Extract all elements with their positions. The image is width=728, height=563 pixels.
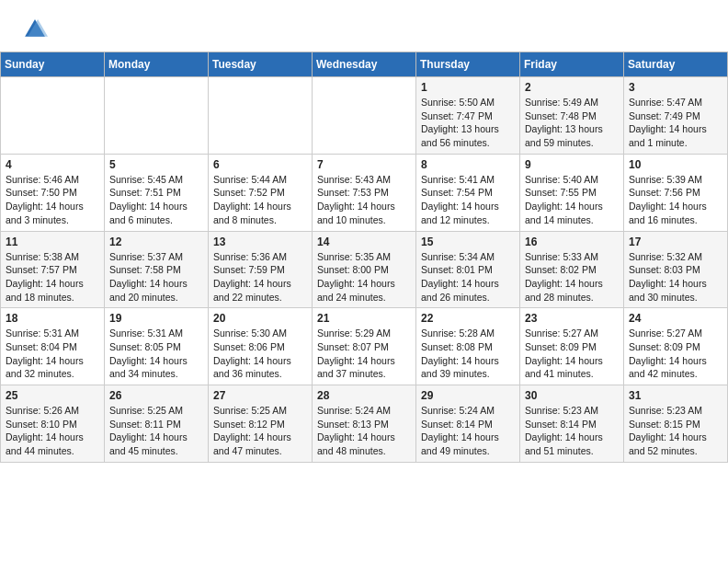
calendar-cell: 10Sunrise: 5:39 AM Sunset: 7:56 PM Dayli… [624, 154, 728, 231]
calendar-cell: 20Sunrise: 5:30 AM Sunset: 8:06 PM Dayli… [209, 308, 313, 385]
calendar-cell: 4Sunrise: 5:46 AM Sunset: 7:50 PM Daylig… [1, 154, 105, 231]
day-number: 2 [525, 81, 619, 94]
calendar-cell: 23Sunrise: 5:27 AM Sunset: 8:09 PM Dayli… [520, 308, 624, 385]
logo [22, 17, 51, 42]
day-info: Sunrise: 5:44 AM Sunset: 7:52 PM Dayligh… [213, 173, 307, 227]
weekday-header: Thursday [416, 52, 520, 77]
calendar-cell: 19Sunrise: 5:31 AM Sunset: 8:05 PM Dayli… [105, 308, 209, 385]
calendar-week-row: 11Sunrise: 5:38 AM Sunset: 7:57 PM Dayli… [1, 231, 728, 308]
calendar-cell: 31Sunrise: 5:23 AM Sunset: 8:15 PM Dayli… [624, 385, 728, 463]
day-number: 10 [629, 158, 722, 171]
day-info: Sunrise: 5:27 AM Sunset: 8:09 PM Dayligh… [525, 327, 619, 381]
day-number: 4 [6, 158, 99, 171]
weekday-header: Sunday [1, 52, 105, 77]
day-number: 17 [629, 236, 722, 248]
calendar-cell [313, 77, 416, 155]
calendar-cell: 8Sunrise: 5:41 AM Sunset: 7:54 PM Daylig… [416, 154, 520, 231]
day-number: 11 [6, 236, 99, 248]
day-number: 9 [525, 158, 619, 171]
day-number: 31 [629, 389, 722, 402]
day-info: Sunrise: 5:46 AM Sunset: 7:50 PM Dayligh… [6, 173, 99, 227]
day-number: 8 [421, 158, 515, 171]
day-info: Sunrise: 5:29 AM Sunset: 8:07 PM Dayligh… [317, 327, 411, 381]
day-number: 26 [109, 389, 203, 402]
day-number: 24 [629, 312, 722, 325]
weekday-header-row: SundayMondayTuesdayWednesdayThursdayFrid… [1, 52, 728, 77]
day-info: Sunrise: 5:43 AM Sunset: 7:53 PM Dayligh… [317, 173, 411, 227]
weekday-header: Friday [520, 52, 624, 77]
calendar-week-row: 1Sunrise: 5:50 AM Sunset: 7:47 PM Daylig… [1, 77, 728, 155]
day-info: Sunrise: 5:24 AM Sunset: 8:13 PM Dayligh… [317, 404, 411, 458]
weekday-header: Monday [105, 52, 209, 77]
calendar-cell: 18Sunrise: 5:31 AM Sunset: 8:04 PM Dayli… [1, 308, 105, 385]
day-info: Sunrise: 5:25 AM Sunset: 8:11 PM Dayligh… [109, 404, 203, 458]
day-number: 27 [213, 389, 307, 402]
day-number: 12 [109, 236, 203, 248]
day-info: Sunrise: 5:31 AM Sunset: 8:04 PM Dayligh… [6, 327, 99, 381]
day-number: 5 [109, 158, 203, 171]
day-number: 1 [421, 81, 515, 94]
day-info: Sunrise: 5:31 AM Sunset: 8:05 PM Dayligh… [109, 327, 203, 381]
day-info: Sunrise: 5:34 AM Sunset: 8:01 PM Dayligh… [421, 250, 515, 304]
calendar-cell: 2Sunrise: 5:49 AM Sunset: 7:48 PM Daylig… [520, 77, 624, 155]
calendar-cell: 15Sunrise: 5:34 AM Sunset: 8:01 PM Dayli… [416, 231, 520, 308]
day-info: Sunrise: 5:39 AM Sunset: 7:56 PM Dayligh… [629, 173, 722, 227]
day-info: Sunrise: 5:38 AM Sunset: 7:57 PM Dayligh… [6, 250, 99, 304]
calendar-cell: 24Sunrise: 5:27 AM Sunset: 8:09 PM Dayli… [624, 308, 728, 385]
day-info: Sunrise: 5:23 AM Sunset: 8:14 PM Dayligh… [525, 404, 619, 458]
day-info: Sunrise: 5:24 AM Sunset: 8:14 PM Dayligh… [421, 404, 515, 458]
calendar-cell: 5Sunrise: 5:45 AM Sunset: 7:51 PM Daylig… [105, 154, 209, 231]
calendar-cell: 6Sunrise: 5:44 AM Sunset: 7:52 PM Daylig… [209, 154, 313, 231]
calendar-cell: 29Sunrise: 5:24 AM Sunset: 8:14 PM Dayli… [416, 385, 520, 463]
day-info: Sunrise: 5:26 AM Sunset: 8:10 PM Dayligh… [6, 404, 99, 458]
day-number: 23 [525, 312, 619, 325]
day-info: Sunrise: 5:25 AM Sunset: 8:12 PM Dayligh… [213, 404, 307, 458]
calendar-cell: 3Sunrise: 5:47 AM Sunset: 7:49 PM Daylig… [624, 77, 728, 155]
weekday-header: Tuesday [209, 52, 313, 77]
day-info: Sunrise: 5:28 AM Sunset: 8:08 PM Dayligh… [421, 327, 515, 381]
day-number: 30 [525, 389, 619, 402]
day-number: 21 [317, 312, 411, 325]
day-number: 3 [629, 81, 722, 94]
calendar-cell: 9Sunrise: 5:40 AM Sunset: 7:55 PM Daylig… [520, 154, 624, 231]
calendar-week-row: 18Sunrise: 5:31 AM Sunset: 8:04 PM Dayli… [1, 308, 728, 385]
calendar-week-row: 4Sunrise: 5:46 AM Sunset: 7:50 PM Daylig… [1, 154, 728, 231]
calendar-cell [209, 77, 313, 155]
day-info: Sunrise: 5:23 AM Sunset: 8:15 PM Dayligh… [629, 404, 722, 458]
day-number: 6 [213, 158, 307, 171]
day-info: Sunrise: 5:40 AM Sunset: 7:55 PM Dayligh… [525, 173, 619, 227]
calendar-cell: 21Sunrise: 5:29 AM Sunset: 8:07 PM Dayli… [313, 308, 416, 385]
day-number: 19 [109, 312, 203, 325]
calendar-cell: 28Sunrise: 5:24 AM Sunset: 8:13 PM Dayli… [313, 385, 416, 463]
day-info: Sunrise: 5:27 AM Sunset: 8:09 PM Dayligh… [629, 327, 722, 381]
calendar-cell: 11Sunrise: 5:38 AM Sunset: 7:57 PM Dayli… [1, 231, 105, 308]
logo-icon [22, 17, 48, 42]
calendar-cell: 12Sunrise: 5:37 AM Sunset: 7:58 PM Dayli… [105, 231, 209, 308]
day-info: Sunrise: 5:47 AM Sunset: 7:49 PM Dayligh… [629, 96, 722, 150]
day-number: 18 [6, 312, 99, 325]
weekday-header: Saturday [624, 52, 728, 77]
day-info: Sunrise: 5:49 AM Sunset: 7:48 PM Dayligh… [525, 96, 619, 150]
calendar-cell [1, 77, 105, 155]
day-info: Sunrise: 5:30 AM Sunset: 8:06 PM Dayligh… [213, 327, 307, 381]
day-number: 14 [317, 236, 411, 248]
calendar-cell: 1Sunrise: 5:50 AM Sunset: 7:47 PM Daylig… [416, 77, 520, 155]
day-info: Sunrise: 5:45 AM Sunset: 7:51 PM Dayligh… [109, 173, 203, 227]
day-info: Sunrise: 5:33 AM Sunset: 8:02 PM Dayligh… [525, 250, 619, 304]
day-number: 25 [6, 389, 99, 402]
page-header [0, 0, 728, 52]
day-number: 7 [317, 158, 411, 171]
calendar-cell: 13Sunrise: 5:36 AM Sunset: 7:59 PM Dayli… [209, 231, 313, 308]
day-number: 20 [213, 312, 307, 325]
day-info: Sunrise: 5:36 AM Sunset: 7:59 PM Dayligh… [213, 250, 307, 304]
calendar-cell: 16Sunrise: 5:33 AM Sunset: 8:02 PM Dayli… [520, 231, 624, 308]
day-number: 29 [421, 389, 515, 402]
day-number: 22 [421, 312, 515, 325]
day-number: 15 [421, 236, 515, 248]
day-number: 13 [213, 236, 307, 248]
weekday-header: Wednesday [313, 52, 416, 77]
day-info: Sunrise: 5:32 AM Sunset: 8:03 PM Dayligh… [629, 250, 722, 304]
calendar-cell: 7Sunrise: 5:43 AM Sunset: 7:53 PM Daylig… [313, 154, 416, 231]
calendar-cell: 14Sunrise: 5:35 AM Sunset: 8:00 PM Dayli… [313, 231, 416, 308]
day-info: Sunrise: 5:41 AM Sunset: 7:54 PM Dayligh… [421, 173, 515, 227]
